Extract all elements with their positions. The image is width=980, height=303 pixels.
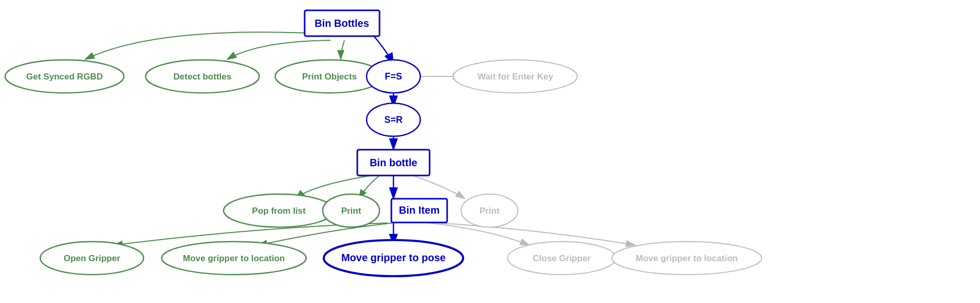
f-eq-s-label: F=S — [385, 71, 402, 82]
arrow-bin-bottles-to-print — [341, 40, 344, 59]
detect-bottles-label: Detect bottles — [173, 72, 231, 82]
arrow-binitem-to-movegrippergray — [439, 223, 635, 245]
bin-bottle-label: Bin bottle — [370, 157, 417, 168]
print-gray-label: Print — [480, 206, 500, 216]
s-eq-r-label: S=R — [384, 115, 403, 125]
print-objects-label: Print Objects — [302, 72, 357, 82]
bin-bottles-label: Bin Bottles — [314, 18, 369, 29]
bin-item-label: Bin Item — [399, 204, 440, 216]
get-synced-label: Get Synced RGBD — [26, 72, 103, 82]
move-gripper-loc1-label: Move gripper to location — [183, 253, 284, 263]
wait-enter-label: Wait for Enter Key — [478, 72, 554, 82]
print-green-label: Print — [341, 206, 361, 216]
close-gripper-label: Close Gripper — [533, 253, 591, 263]
arrow-bin-bottles-to-detect — [227, 40, 330, 59]
move-gripper-loc2-label: Move gripper to location — [636, 253, 737, 263]
move-gripper-pose-label: Move gripper to pose — [341, 252, 446, 263]
open-gripper-label: Open Gripper — [64, 253, 120, 263]
arrow-bin-bottles-to-get-synced — [85, 32, 320, 59]
pop-from-list-label: Pop from list — [252, 206, 306, 216]
arrow-binbottle-to-printgray — [413, 176, 465, 199]
